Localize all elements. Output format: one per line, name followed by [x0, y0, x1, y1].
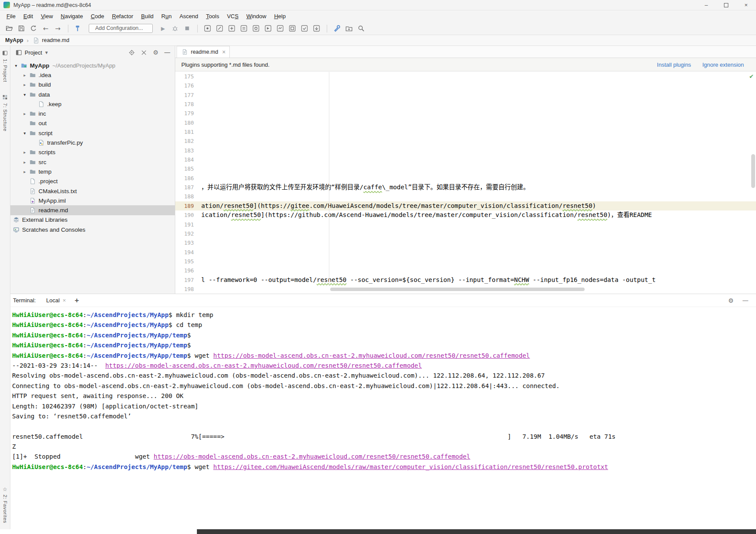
- expanded-arrow-icon[interactable]: ▾: [21, 131, 29, 136]
- editor-line-179[interactable]: 179: [175, 109, 756, 118]
- tool-stripe-structure[interactable]: 7: Structure: [2, 94, 8, 131]
- editor-line-181[interactable]: 181: [175, 127, 756, 136]
- editor-line-188[interactable]: 188: [175, 192, 756, 201]
- stop-icon[interactable]: [181, 23, 193, 33]
- tree-item-temp[interactable]: ▸temp: [10, 167, 175, 176]
- tree-item-script[interactable]: ▾script: [10, 128, 175, 138]
- terminal-output[interactable]: HwHiAiUser@ecs-8c64:~/AscendProjects/MyA…: [10, 307, 756, 472]
- editor-line-175[interactable]: 175: [175, 72, 756, 81]
- tool-stripe-project[interactable]: 1: Project: [2, 50, 8, 82]
- menu-item-run[interactable]: Run: [158, 12, 176, 21]
- breadcrumb-file[interactable]: readme.md: [42, 37, 69, 43]
- menu-item-tools[interactable]: Tools: [202, 12, 223, 21]
- tree-item-idea[interactable]: ▸.idea: [10, 70, 175, 80]
- terminal-settings-icon[interactable]: ⚙: [727, 297, 735, 304]
- menu-item-edit[interactable]: Edit: [19, 12, 37, 21]
- maximize-button[interactable]: [716, 0, 736, 10]
- editor-line-180[interactable]: 180: [175, 118, 756, 127]
- ascend-tool-icon-3[interactable]: [226, 23, 238, 33]
- tree-item-myapp[interactable]: ▾MyApp~/AscendProjects/MyApp: [10, 61, 175, 70]
- tree-item-external-libraries[interactable]: External Libraries: [10, 215, 175, 225]
- editor-line-184[interactable]: 184: [175, 155, 756, 164]
- menu-item-file[interactable]: File: [3, 12, 19, 21]
- editor-line-197[interactable]: 197l --framework=0 --output=model/resnet…: [175, 275, 756, 285]
- tree-item-cmakelists-txt[interactable]: CMakeLists.txt: [10, 186, 175, 196]
- editor-line-190[interactable]: 190ication/resnet50](https://github.com/…: [175, 210, 756, 220]
- tree-item-out[interactable]: out: [10, 119, 175, 128]
- tree-item-transferpic-py[interactable]: transferPic.py: [10, 138, 175, 147]
- tree-item-inc[interactable]: ▸inc: [10, 109, 175, 118]
- editor-line-186[interactable]: 186: [175, 174, 756, 183]
- ascend-tool-icon-6[interactable]: [262, 23, 274, 33]
- menu-item-window[interactable]: Window: [242, 12, 270, 21]
- editor-vertical-scrollbar[interactable]: [751, 154, 755, 188]
- code-editor[interactable]: 175176177178179180181182183184185186187，…: [175, 72, 756, 294]
- collapsed-arrow-icon[interactable]: ▸: [21, 82, 29, 87]
- editor-line-189[interactable]: 189ation/resnet50](https://gitee.com/Hua…: [175, 201, 756, 210]
- ascend-tool-icon-8[interactable]: [286, 23, 298, 33]
- menu-item-ascend[interactable]: Ascend: [176, 12, 202, 21]
- close-terminal-tab-icon[interactable]: ×: [63, 297, 66, 304]
- editor-line-187[interactable]: 187，并以运行用户将获取的文件上传至开发环境的“样例目录/caffe\_mod…: [175, 183, 756, 192]
- ascend-tool-icon-9[interactable]: [299, 23, 310, 33]
- run-configurations-select[interactable]: Add Configuration...: [89, 24, 153, 33]
- new-terminal-session-button[interactable]: +: [74, 296, 79, 305]
- ascend-tool-icon-4[interactable]: [238, 23, 250, 33]
- menu-item-navigate[interactable]: Navigate: [57, 12, 87, 21]
- collapsed-arrow-icon[interactable]: ▸: [21, 73, 29, 78]
- tree-item-build[interactable]: ▸build: [10, 80, 175, 90]
- menu-item-code[interactable]: Code: [87, 12, 108, 21]
- tool-stripe-favorites[interactable]: ☆2: Favorites: [3, 486, 8, 523]
- collapsed-arrow-icon[interactable]: ▸: [21, 160, 29, 165]
- collapsed-arrow-icon[interactable]: ▸: [21, 169, 29, 174]
- search-everywhere-icon[interactable]: [355, 23, 367, 33]
- tree-item-scratches-and-consoles[interactable]: Scratches and Consoles: [10, 225, 175, 234]
- tree-item-data[interactable]: ▾data: [10, 90, 175, 99]
- ignore-extension-link[interactable]: Ignore extension: [702, 61, 744, 68]
- close-tab-icon[interactable]: ×: [222, 49, 225, 55]
- editor-horizontal-scrollbar[interactable]: [330, 288, 585, 291]
- run-icon[interactable]: ▶: [157, 23, 169, 33]
- inspection-ok-icon[interactable]: ✔: [749, 73, 754, 80]
- panel-settings-icon[interactable]: ⚙: [153, 49, 158, 56]
- menu-item-build[interactable]: Build: [137, 12, 158, 21]
- terminal-url-link[interactable]: https://obs-model-ascend.obs.cn-east-2.m…: [213, 352, 530, 359]
- editor-line-192[interactable]: 192: [175, 229, 756, 238]
- tree-item-myapp-iml[interactable]: MyApp.iml: [10, 196, 175, 205]
- expanded-arrow-icon[interactable]: ▾: [12, 63, 20, 68]
- editor-line-191[interactable]: 191: [175, 220, 756, 229]
- editor-line-176[interactable]: 176: [175, 81, 756, 90]
- menu-item-view[interactable]: View: [37, 12, 57, 21]
- menu-item-refactor[interactable]: Refactor: [108, 12, 137, 21]
- editor-line-193[interactable]: 193: [175, 238, 756, 247]
- editor-line-195[interactable]: 195: [175, 257, 756, 266]
- editor-line-182[interactable]: 182: [175, 136, 756, 146]
- tree-item-project[interactable]: .project: [10, 177, 175, 186]
- expanded-arrow-icon[interactable]: ▾: [21, 92, 29, 97]
- new-directory-icon[interactable]: [343, 23, 355, 33]
- collapsed-arrow-icon[interactable]: ▸: [21, 111, 29, 116]
- project-view-selector[interactable]: Project ▼: [15, 49, 48, 56]
- close-button[interactable]: ×: [736, 0, 756, 10]
- build-project-icon[interactable]: [72, 23, 84, 33]
- ascend-tool-icon-7[interactable]: [274, 23, 286, 33]
- menu-item-help[interactable]: Help: [270, 12, 290, 21]
- ascend-tool-icon-5[interactable]: [250, 23, 262, 33]
- terminal-url-link[interactable]: https://obs-model-ascend.obs.cn-east-2.m…: [154, 453, 470, 460]
- minimize-button[interactable]: –: [696, 0, 716, 10]
- hide-terminal-icon[interactable]: —: [743, 297, 748, 304]
- editor-tab-readme[interactable]: readme.md ×: [177, 46, 230, 58]
- settings-wrench-icon[interactable]: [331, 23, 343, 33]
- open-icon[interactable]: [3, 23, 15, 33]
- editor-line-177[interactable]: 177: [175, 91, 756, 100]
- title-bar[interactable]: MyApp – readme.md@ecs-8c64 –×: [0, 0, 756, 10]
- editor-line-185[interactable]: 185: [175, 164, 756, 173]
- editor-line-196[interactable]: 196: [175, 266, 756, 275]
- back-icon[interactable]: ←: [40, 23, 51, 33]
- tree-item-keep[interactable]: .keep: [10, 99, 175, 109]
- save-all-icon[interactable]: [16, 23, 27, 33]
- terminal-url-link[interactable]: https://gitee.com/HuaweiAscend/models/ra…: [213, 463, 608, 470]
- locate-file-icon[interactable]: [129, 49, 135, 56]
- hide-panel-icon[interactable]: —: [164, 49, 171, 56]
- editor-line-178[interactable]: 178: [175, 100, 756, 109]
